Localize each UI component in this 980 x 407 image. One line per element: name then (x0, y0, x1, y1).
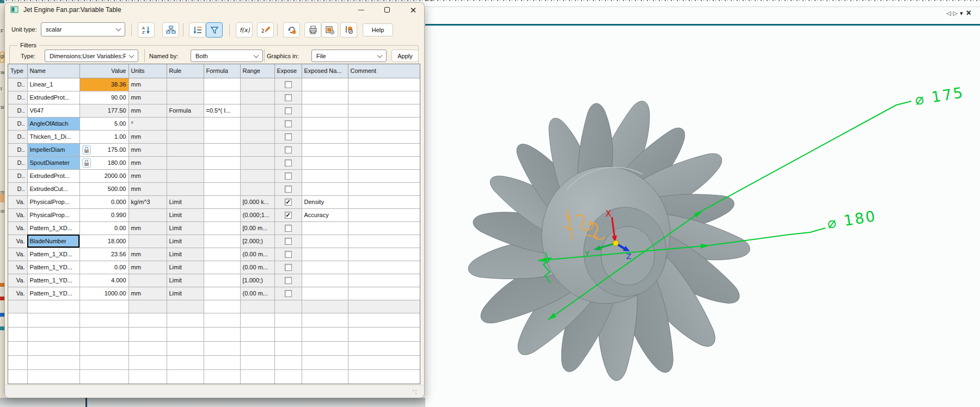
cell-exposed-name[interactable] (302, 143, 348, 156)
empty-row[interactable] (8, 341, 420, 355)
3d-viewport[interactable]: X Y Z ⌀ 175 ⌀ 180 (425, 25, 980, 407)
expose-checkbox[interactable] (285, 94, 292, 101)
cell-units[interactable]: mm (128, 156, 167, 169)
column-header-value[interactable]: Value (79, 64, 128, 78)
cell-units[interactable]: mm (128, 130, 167, 143)
cell-name[interactable]: V647 (27, 104, 79, 117)
cell-formula[interactable] (204, 91, 240, 104)
empty-cell[interactable] (302, 355, 348, 369)
cell-rule[interactable] (167, 169, 204, 182)
cell-range[interactable] (240, 182, 274, 195)
empty-cell[interactable] (8, 327, 27, 341)
cell-rule[interactable]: Limit (167, 274, 204, 287)
cell-units[interactable]: mm (128, 261, 167, 274)
cell-value[interactable]: 4.000 (79, 274, 128, 287)
cell-type[interactable]: D.. (8, 78, 27, 91)
cell-expose[interactable] (274, 104, 302, 117)
expose-checkbox[interactable] (285, 290, 292, 297)
empty-cell[interactable] (274, 300, 302, 313)
table-row[interactable]: Va.Pattern_1_YD...1000.00mmLimit(0.00 m.… (8, 287, 420, 300)
empty-cell[interactable] (27, 341, 79, 355)
cell-formula[interactable]: =0.5*( I... (204, 104, 240, 117)
cell-exposed-name[interactable] (302, 182, 348, 195)
empty-cell[interactable] (348, 369, 420, 384)
cell-name[interactable]: SpoutDiameter (27, 156, 79, 169)
cell-range[interactable]: [2.000;) (240, 235, 274, 248)
table-row[interactable]: Va.PhysicalProp...0.000kg/m^3Limit[0.000… (8, 195, 420, 208)
cell-rule[interactable]: Limit (167, 221, 204, 235)
cell-name[interactable]: PhysicalProp... (27, 195, 79, 208)
formula-button[interactable]: f(x) (236, 22, 253, 38)
empty-cell[interactable] (8, 355, 27, 369)
cell-type[interactable]: D.. (8, 156, 27, 169)
table-row[interactable]: Va.Pattern_1_XD...23.56mmLimit(0.00 m... (8, 248, 420, 261)
table-row[interactable]: Va.Pattern_1_YD...4.000Limit[1.000;) (8, 274, 420, 287)
empty-cell[interactable] (128, 327, 167, 341)
cell-formula[interactable] (204, 287, 240, 300)
table-row[interactable]: Va.Pattern_1_YD...0.00mmLimit(0.00 m... (8, 261, 420, 274)
cell-range[interactable]: [0.00 m... (240, 221, 274, 235)
empty-cell[interactable] (167, 300, 204, 313)
cell-units[interactable]: mm (128, 91, 167, 104)
table-row[interactable]: D..ExtrudedCut...500.00mm (8, 182, 420, 195)
cell-range[interactable]: (0.00 m... (240, 248, 274, 261)
column-header-type[interactable]: Type (8, 64, 27, 78)
lock-icon[interactable] (82, 145, 91, 155)
filter-button[interactable] (206, 22, 223, 38)
cell-type[interactable]: D.. (8, 104, 27, 117)
back-icon[interactable]: ◁ (946, 8, 951, 18)
cell-range[interactable] (240, 91, 274, 104)
empty-cell[interactable] (167, 369, 204, 384)
empty-row[interactable] (8, 355, 420, 369)
cell-type[interactable]: D.. (8, 91, 27, 104)
empty-cell[interactable] (302, 369, 348, 384)
expose-checkbox[interactable] (285, 251, 292, 258)
rename-variable-button[interactable]: 2 (257, 22, 274, 38)
cell-rule[interactable]: Formula (167, 104, 204, 117)
cell-formula[interactable] (204, 261, 240, 274)
cell-type[interactable]: Va. (8, 287, 27, 300)
cell-expose[interactable] (274, 130, 302, 143)
empty-cell[interactable] (167, 313, 204, 327)
cell-rule[interactable]: Limit (167, 195, 204, 208)
empty-cell[interactable] (8, 300, 27, 313)
cell-value[interactable]: 0.00 (79, 261, 128, 274)
cell-rule[interactable]: Limit (167, 261, 204, 274)
cell-units[interactable]: mm (128, 287, 167, 300)
cell-range[interactable]: (0.000;1... (240, 208, 274, 221)
empty-cell[interactable] (27, 355, 79, 369)
print-options-button[interactable] (321, 22, 338, 38)
resize-grip[interactable] (412, 390, 419, 395)
cell-units[interactable]: mm (128, 143, 167, 156)
help-button[interactable]: Help (363, 23, 393, 36)
cell-type[interactable]: Va. (8, 208, 27, 221)
cell-exposed-name[interactable] (302, 130, 348, 143)
cell-range[interactable] (240, 169, 274, 182)
table-header-row[interactable]: TypeNameValueUnitsRuleFormulaRangeExpose… (8, 64, 420, 78)
cell-formula[interactable] (204, 195, 240, 208)
empty-cell[interactable] (240, 327, 274, 341)
cell-value[interactable]: 23.56 (79, 248, 128, 261)
cell-formula[interactable] (204, 248, 240, 261)
cell-comment[interactable] (348, 274, 420, 287)
expose-checkbox[interactable] (285, 172, 292, 180)
cell-range[interactable] (240, 143, 274, 156)
column-header-units[interactable]: Units (128, 64, 167, 78)
column-header-expose[interactable]: Expose (274, 64, 302, 78)
cell-type[interactable]: Va. (8, 274, 27, 287)
expose-checkbox[interactable] (285, 81, 292, 88)
cell-expose[interactable] (274, 235, 302, 248)
cell-name[interactable]: PhysicalProp... (27, 208, 79, 221)
cell-name[interactable]: Pattern_1_XD... (27, 248, 79, 261)
empty-cell[interactable] (79, 300, 128, 313)
cell-formula[interactable] (204, 274, 240, 287)
empty-row[interactable] (8, 313, 420, 327)
empty-cell[interactable] (348, 313, 420, 327)
cell-units[interactable]: ° (128, 117, 167, 130)
cell-name[interactable]: ExtrudedCut... (27, 182, 79, 195)
table-row[interactable]: D..ExtrudedProt...90.00mm (8, 91, 420, 104)
empty-cell[interactable] (240, 369, 274, 384)
cell-comment[interactable] (348, 195, 420, 208)
cell-range[interactable] (240, 78, 274, 91)
expose-checkbox[interactable] (285, 264, 292, 271)
